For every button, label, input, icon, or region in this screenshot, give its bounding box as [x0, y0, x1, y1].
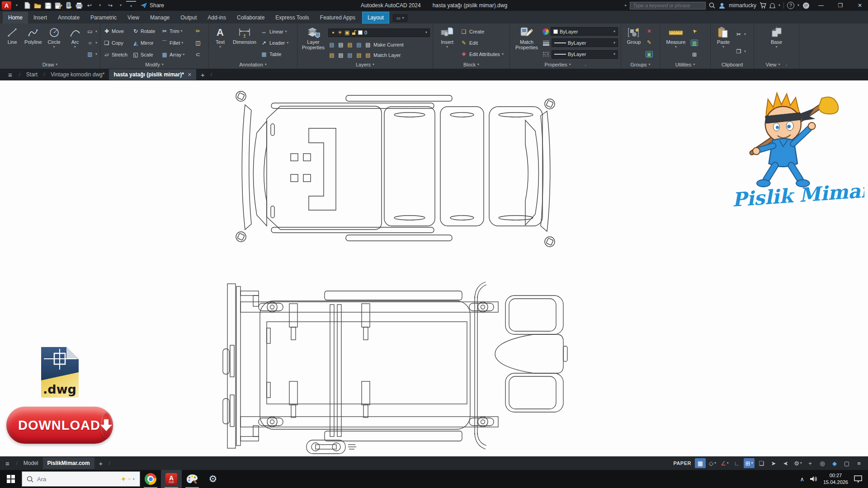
search-expand-icon[interactable]: ▸: [625, 4, 627, 7]
taskbar-paint-button[interactable]: [182, 470, 203, 488]
tab-annotate[interactable]: Annotate: [52, 12, 85, 23]
file-tab-hasta-yatagi[interactable]: hasta yatağı (pislik mimar)* ✕: [109, 69, 196, 80]
polyline-button[interactable]: Polyline: [24, 25, 42, 61]
hatch-button[interactable]: ▨▾: [86, 52, 97, 57]
dimension-button[interactable]: Dimension: [231, 25, 259, 61]
new-file-button[interactable]: [22, 1, 32, 10]
redo-caret-icon[interactable]: ▾: [116, 1, 126, 10]
layer-freeze-button[interactable]: ▤: [346, 42, 354, 47]
notification-bell-icon[interactable]: [769, 2, 775, 9]
view-panel-label[interactable]: View▾⌟: [754, 61, 799, 69]
taskbar-autocad-button[interactable]: A CAD: [161, 470, 182, 488]
snap-toggle[interactable]: ◇▾: [707, 458, 718, 468]
new-drawing-tab-button[interactable]: +: [196, 71, 209, 79]
properties-panel-label[interactable]: Properties▾⌟: [510, 61, 621, 69]
app-menu-button[interactable]: A: [2, 1, 11, 10]
trim-button[interactable]: ✂Trim▾: [161, 28, 193, 34]
insert-block-button[interactable]: Insert ▾: [436, 25, 458, 61]
group-selection-toggle[interactable]: ▣: [646, 51, 653, 57]
groups-panel-label[interactable]: Groups▾: [621, 61, 660, 69]
arc-button[interactable]: Arc ▾: [66, 25, 85, 61]
signed-in-user[interactable]: mimarlucky: [729, 2, 756, 9]
clipboard-panel-label[interactable]: Clipboard: [711, 61, 754, 69]
properties-expander-icon[interactable]: ⌟: [585, 63, 586, 66]
taskbar-settings-button[interactable]: ⚙: [203, 470, 223, 488]
action-center-icon[interactable]: [854, 475, 863, 483]
view-expander-icon[interactable]: ⌟: [785, 63, 787, 66]
match-layer-button[interactable]: ▤Match Layer: [364, 52, 401, 58]
erase-button[interactable]: ✏: [194, 28, 202, 34]
utilities-panel-label[interactable]: Utilities▾: [660, 61, 710, 69]
search-icon[interactable]: [709, 2, 715, 9]
cart-icon[interactable]: [760, 2, 766, 9]
layout-tab-pislikmimar[interactable]: PislikMimar.com: [43, 457, 94, 469]
line-button[interactable]: Line: [3, 25, 22, 61]
layout-tabs-menu-button[interactable]: ≡: [0, 460, 15, 467]
layer-dropdown[interactable]: ● ☀ ▣ 0 ▾: [328, 28, 430, 37]
dynamic-input-toggle[interactable]: ⊞▾: [744, 458, 755, 468]
circle-button[interactable]: Circle ▾: [45, 25, 64, 61]
qat-customize-button[interactable]: ▾: [126, 1, 136, 10]
explode-button[interactable]: ◫: [194, 40, 202, 46]
block-panel-label[interactable]: Block▾: [433, 61, 509, 69]
linear-button[interactable]: ↔Linear▾: [260, 29, 288, 34]
edit-block-button[interactable]: ✎Edit: [460, 40, 504, 46]
grid-toggle[interactable]: ▦: [695, 458, 706, 468]
rectangle-button[interactable]: ▭▾: [86, 29, 97, 34]
create-block-button[interactable]: ❑Create: [460, 29, 504, 34]
graphics-performance-button[interactable]: ◆: [829, 458, 840, 468]
download-button[interactable]: DOWNLOAD: [6, 407, 113, 444]
fillet-button[interactable]: ⌒Fillet▾: [161, 40, 193, 46]
undo-caret-icon[interactable]: ▾: [95, 1, 105, 10]
layer-unisolate-button[interactable]: ▤: [337, 52, 344, 58]
group-button[interactable]: Group: [624, 25, 644, 61]
annotation-visibility-toggle[interactable]: ➤: [768, 458, 779, 468]
search-highlights-icon[interactable]: ✦ ✧ ✦: [121, 475, 136, 483]
taskbar-search-input[interactable]: [37, 476, 117, 483]
tab-collaborate[interactable]: Collaborate: [231, 12, 270, 23]
cut-button[interactable]: ✂▾: [735, 32, 746, 37]
lineweight-dropdown[interactable]: ByLayer ▾: [552, 38, 618, 47]
rotate-button[interactable]: ↻Rotate: [132, 28, 160, 34]
make-current-button[interactable]: ▤Make Current: [364, 42, 404, 47]
file-tab-close-icon[interactable]: ✕: [188, 72, 192, 78]
isolate-objects-button[interactable]: ◎: [817, 458, 828, 468]
stretch-button[interactable]: ▱Stretch: [103, 52, 131, 57]
paste-button[interactable]: Paste ▾: [713, 25, 733, 61]
copy-button[interactable]: ❏Copy: [103, 40, 131, 46]
ellipse-button[interactable]: ○▾: [86, 40, 97, 46]
move-button[interactable]: ✚Move: [103, 28, 131, 34]
tab-view[interactable]: View: [122, 12, 145, 23]
model-tab[interactable]: Model: [19, 457, 43, 469]
help-search-input[interactable]: [630, 2, 706, 9]
annotation-panel-label[interactable]: Annotation▾: [209, 61, 297, 69]
file-tab-vintage-komodin[interactable]: Vintage komodin dwg*: [46, 69, 109, 80]
layer-thaw-all-button[interactable]: ▤: [346, 52, 354, 58]
minimize-button[interactable]: —: [813, 0, 829, 11]
account-caret-icon[interactable]: ▾: [778, 4, 780, 7]
share-button[interactable]: Share: [140, 2, 164, 9]
tab-layout[interactable]: Layout: [362, 12, 389, 23]
measure-button[interactable]: Measure ▾: [663, 25, 689, 61]
tab-addins[interactable]: Add-ins: [202, 12, 231, 23]
plot-button[interactable]: [74, 1, 84, 10]
leader-button[interactable]: ↗Leader▾: [260, 40, 288, 46]
user-icon[interactable]: [718, 2, 726, 9]
annotation-autoscale-toggle[interactable]: ➤: [780, 458, 791, 468]
copy-clip-button[interactable]: ❐▾: [735, 49, 746, 54]
layer-isolate-button[interactable]: ▤: [337, 42, 344, 47]
app-menu-caret-icon[interactable]: ▾: [12, 1, 22, 10]
annotation-monitor-toggle[interactable]: +: [805, 458, 816, 468]
tab-home[interactable]: Home: [3, 12, 28, 23]
help-caret-icon[interactable]: ▾: [797, 4, 799, 7]
drawing-canvas[interactable]: Pislik Mimar .dwg DOWNLOAD: [0, 80, 868, 456]
file-tabs-menu-button[interactable]: ≡: [3, 71, 18, 79]
scale-button[interactable]: ◱Scale: [132, 52, 160, 57]
match-properties-button[interactable]: Match Properties: [513, 25, 541, 61]
undo-button[interactable]: ↩: [85, 1, 94, 10]
overkill-button[interactable]: ⊂: [194, 52, 202, 57]
quick-calc-button[interactable]: ▦: [691, 40, 698, 46]
start-button[interactable]: [0, 470, 22, 488]
edit-attributes-button[interactable]: ❖Edit Attributes▾: [460, 52, 504, 57]
layer-off-button[interactable]: ▤: [328, 42, 335, 47]
